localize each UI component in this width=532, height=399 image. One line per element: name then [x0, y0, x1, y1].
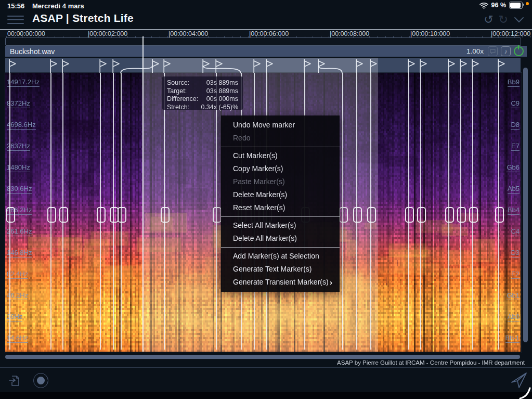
menu-item-redo: Redo — [221, 132, 340, 145]
flag-icon[interactable] — [448, 59, 456, 73]
flag-icon[interactable] — [9, 59, 17, 73]
ruler-label: |00:00:12:000 — [491, 30, 530, 37]
menu-item-generate-text-marker-s[interactable]: Generate Text Marker(s) — [221, 263, 340, 276]
app-window: 15:56 Mercredi 4 mars 96 % ASAP | Stretc… — [0, 0, 532, 399]
flag-icon[interactable] — [318, 59, 326, 73]
flag-icon[interactable] — [460, 59, 468, 73]
flag-icon[interactable] — [420, 59, 428, 73]
tooltip-row: Stretch:0.34x (-65)% — [167, 104, 238, 112]
menu-item-label: Delete All Marker(s) — [233, 232, 297, 245]
battery-percent: 96 % — [491, 2, 507, 9]
flag-icon[interactable] — [62, 59, 70, 73]
credit-text: ASAP by Pierre Guillot at IRCAM - Centre… — [337, 359, 525, 366]
menu-item-paste-marker-s: Paste Marker(s) — [221, 175, 340, 188]
track-name: Buckshot.wav — [10, 47, 55, 56]
chevron-down-icon[interactable] — [513, 16, 525, 23]
menu-item-delete-all-marker-s[interactable]: Delete All Marker(s) — [221, 232, 340, 245]
vertical-scrollbar[interactable] — [523, 68, 528, 342]
ruler-label: 00:00:00:000 — [7, 30, 45, 37]
redo-icon: ↻ — [499, 14, 508, 25]
tooltip-row: Source:03s 889ms — [167, 79, 238, 87]
menu-item-undo-move-marker[interactable]: Undo Move marker — [221, 119, 340, 132]
menu-item-label: Copy Marker(s) — [233, 162, 283, 175]
flag-icon[interactable] — [202, 59, 211, 73]
menu-item-label: Select All Marker(s) — [233, 219, 296, 232]
menu-item-label: Generate Text Marker(s) — [233, 263, 312, 276]
menu-item-select-all-marker-s[interactable]: Select All Marker(s) — [221, 219, 340, 232]
flag-icon[interactable] — [408, 59, 416, 73]
tooltip-row: Target:03s 889ms — [167, 87, 238, 96]
context-menu: Undo Move markerRedoCut Marker(s)Copy Ma… — [221, 115, 340, 292]
page-title: ASAP | Stretch Life — [32, 12, 134, 24]
tooltip-label: Target: — [167, 87, 187, 96]
flag-icon[interactable] — [152, 59, 160, 73]
flag-icon[interactable] — [304, 59, 312, 73]
flag-icon[interactable] — [472, 59, 480, 73]
menu-divider — [221, 247, 340, 248]
menu-item-generate-transient-marker-s[interactable]: Generate Transient Marker(s)› — [221, 276, 340, 289]
flag-icon[interactable] — [356, 59, 364, 73]
wifi-icon — [479, 2, 488, 9]
tooltip-row: Difference:00s 000ms — [167, 95, 238, 104]
ruler-label: |00:00:02:000 — [88, 30, 127, 37]
playback-rate[interactable]: 1.00x — [466, 47, 484, 55]
music-note-icon[interactable]: ♪ — [501, 46, 511, 56]
mic-indicator-dot — [526, 2, 529, 5]
menu-icon[interactable] — [7, 16, 24, 24]
menu-item-label: Undo Move marker — [233, 119, 295, 132]
menu-item-label: Cut Marker(s) — [233, 149, 278, 162]
menu-item-reset-marker-s[interactable]: Reset Marker(s) — [221, 201, 340, 214]
stretch-tooltip: Source:03s 889msTarget:03s 889msDifferen… — [162, 76, 243, 110]
tooltip-value: 03s 889ms — [206, 87, 238, 96]
status-bar: 15:56 Mercredi 4 mars 96 % — [0, 0, 532, 11]
loop-lane[interactable] — [5, 37, 521, 46]
flag-icon[interactable] — [370, 59, 378, 73]
flag-icon[interactable] — [163, 59, 172, 73]
time-ruler[interactable]: 00:00:00:000|00:00:02:000|00:00:04:000|0… — [0, 29, 532, 37]
tooltip-label: Difference: — [167, 95, 198, 104]
import-icon[interactable] — [8, 374, 22, 388]
track-bar[interactable]: Buckshot.wav 1.00x ♪ — [5, 46, 527, 57]
title-bar: ASAP | Stretch Life ↺ ↻ — [0, 11, 532, 29]
flag-icon[interactable] — [266, 59, 274, 73]
ruler-label: |00:00:08:000 — [330, 30, 369, 37]
status-time: 15:56 — [7, 2, 24, 10]
menu-item-label: Redo — [233, 132, 250, 145]
home-indicator-area — [0, 392, 532, 399]
power-icon[interactable] — [514, 46, 524, 56]
tooltip-label: Stretch: — [167, 104, 189, 112]
record-button[interactable] — [33, 373, 48, 388]
menu-item-delete-marker-s[interactable]: Delete Marker(s) — [221, 188, 340, 201]
flag-icon[interactable] — [498, 59, 506, 73]
submenu-arrow-icon: › — [330, 276, 332, 289]
flag-icon[interactable] — [215, 59, 224, 73]
menu-item-copy-marker-s[interactable]: Copy Marker(s) — [221, 162, 340, 175]
menu-item-cut-marker-s[interactable]: Cut Marker(s) — [221, 149, 340, 162]
menu-item-label: Generate Transient Marker(s) — [233, 276, 329, 289]
menu-item-add-marker-s-at-selection[interactable]: Add Marker(s) at Selection — [221, 250, 340, 263]
corner-swipe-arc — [518, 386, 532, 399]
menu-divider — [221, 147, 340, 147]
horizontal-scrollbar[interactable] — [5, 355, 520, 359]
ruler-label: |00:00:10:000 — [410, 30, 450, 37]
ruler-label: |00:00:06:000 — [249, 30, 289, 37]
battery-icon — [509, 2, 523, 9]
tooltip-value: 0.34x (-65)% — [201, 104, 238, 112]
flag-icon[interactable] — [112, 59, 121, 73]
undo-icon[interactable]: ↺ — [484, 14, 493, 25]
comment-icon[interactable] — [488, 46, 498, 56]
tooltip-value: 00s 000ms — [206, 95, 238, 104]
menu-item-label: Add Marker(s) at Selection — [233, 250, 319, 263]
ruler-tick — [522, 36, 523, 37]
ruler-label: |00:00:04:000 — [168, 30, 208, 37]
menu-item-label: Reset Marker(s) — [233, 201, 285, 214]
status-date: Mercredi 4 mars — [32, 2, 84, 10]
flag-icon[interactable] — [99, 59, 108, 73]
menu-divider — [221, 216, 340, 217]
flag-icon[interactable] — [50, 59, 58, 73]
transport-bar: ◀◀ ▶ 00 h 00 m 03 s 383 ms — [0, 367, 532, 393]
tooltip-value: 03s 889ms — [206, 79, 238, 87]
menu-item-label: Paste Marker(s) — [233, 175, 285, 188]
tooltip-label: Source: — [167, 79, 189, 87]
flag-icon[interactable] — [253, 59, 262, 73]
